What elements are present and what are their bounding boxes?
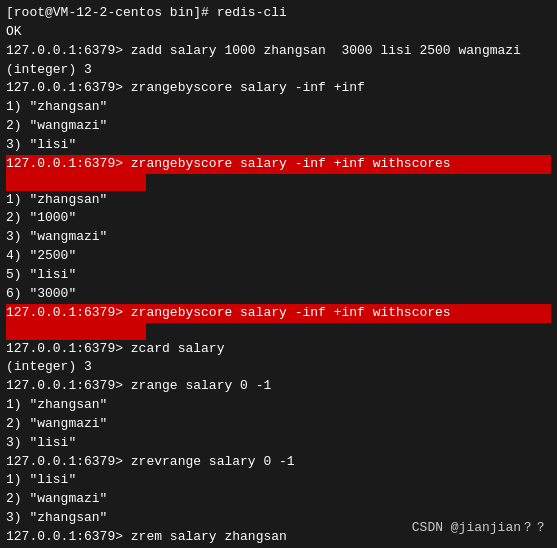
terminal-line: 127.0.0.1:6379> zrange salary 0 -1	[6, 377, 551, 396]
terminal-line: 1) "zhangsan"	[6, 191, 551, 210]
terminal-line: 2) "wangmazi"	[6, 490, 551, 509]
terminal-line-highlighted2	[6, 322, 146, 340]
terminal-line: 6) "3000"	[6, 285, 551, 304]
terminal-line-highlighted	[6, 173, 146, 191]
watermark: CSDN @jianjian？？	[412, 518, 547, 536]
terminal-line: 2) "wangmazi"	[6, 415, 551, 434]
terminal-window: [root@VM-12-2-centos bin]# redis-cli OK …	[0, 0, 557, 548]
terminal-line: OK	[6, 23, 551, 42]
terminal-line: 1) "lisi"	[6, 471, 551, 490]
terminal-line: (integer) 3	[6, 61, 551, 80]
terminal-line: 1) "zhangsan"	[6, 98, 551, 117]
terminal-line: 1) "zhangsan"	[6, 396, 551, 415]
terminal-line: (integer) 3	[6, 358, 551, 377]
terminal-line: 2) "wangmazi"	[6, 117, 551, 136]
terminal-line: 127.0.0.1:6379> zrevrange salary 0 -1	[6, 453, 551, 472]
terminal-line: 127.0.0.1:6379> zrangebyscore salary -in…	[6, 79, 551, 98]
terminal-line: 127.0.0.1:6379> zadd salary 1000 zhangsa…	[6, 42, 551, 61]
terminal-line-highlighted: 127.0.0.1:6379> zrangebyscore salary -in…	[6, 155, 551, 174]
terminal-line: 2) "1000"	[6, 209, 551, 228]
terminal-line-highlighted2: 127.0.0.1:6379> zrangebyscore salary -in…	[6, 304, 551, 323]
terminal-line: 3) "lisi"	[6, 434, 551, 453]
terminal-line: 127.0.0.1:6379> zcard salary	[6, 340, 551, 359]
terminal-line: [root@VM-12-2-centos bin]# redis-cli	[6, 4, 551, 23]
terminal-line: 5) "lisi"	[6, 266, 551, 285]
terminal-line: 4) "2500"	[6, 247, 551, 266]
terminal-line: 3) "wangmazi"	[6, 228, 551, 247]
terminal-line: 3) "lisi"	[6, 136, 551, 155]
